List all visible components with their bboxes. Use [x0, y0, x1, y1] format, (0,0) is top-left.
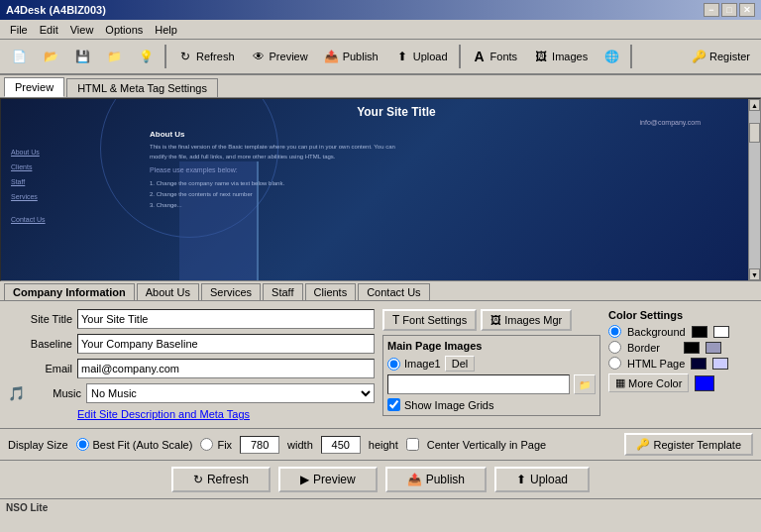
tab-html-meta[interactable]: HTML & Meta Tag Settings: [66, 78, 218, 97]
menu-bar: File Edit View Options Help: [0, 20, 761, 40]
menu-view[interactable]: View: [64, 22, 100, 38]
center-vertically-label: Center Vertically in Page: [427, 439, 546, 451]
background-swatch[interactable]: [692, 326, 707, 338]
tab-contact-us[interactable]: Contact Us: [358, 283, 429, 300]
tab-staff[interactable]: Staff: [263, 283, 302, 300]
separator2: [459, 45, 461, 68]
fix-radio[interactable]: [200, 438, 213, 451]
site-title-input[interactable]: [77, 309, 375, 329]
upload-action-label: Upload: [530, 473, 568, 486]
preview-toolbar-btn[interactable]: 👁 Preview: [244, 43, 315, 70]
email-input[interactable]: [77, 359, 375, 378]
publish-action-icon: 📤: [407, 473, 422, 486]
image-browse-btn[interactable]: 📁: [574, 374, 596, 394]
close-btn[interactable]: ✕: [739, 3, 755, 17]
fonts-toolbar-btn[interactable]: A Fonts: [465, 43, 525, 70]
refresh-action-btn[interactable]: ↻ Refresh: [171, 467, 271, 492]
globe-btn[interactable]: 🌐: [597, 43, 626, 70]
tab-about-us[interactable]: About Us: [137, 283, 199, 300]
preview-action-btn[interactable]: ▶ Preview: [278, 467, 378, 492]
menu-help[interactable]: Help: [149, 22, 183, 38]
publish-label: Publish: [343, 51, 379, 62]
tab-preview[interactable]: Preview: [4, 77, 64, 97]
center-vertically-checkbox[interactable]: [406, 438, 419, 451]
publish-toolbar-btn[interactable]: 📤 Publish: [317, 43, 385, 70]
nav-services: Services: [11, 193, 46, 200]
more-color-btn[interactable]: ▦ More Color: [608, 373, 689, 392]
music-label: Music: [30, 387, 81, 399]
background-swatch2[interactable]: [713, 326, 729, 338]
folder-btn[interactable]: 📁: [99, 43, 129, 70]
preview-scrollbar[interactable]: ▲ ▼: [748, 99, 760, 280]
best-fit-label: Best Fit (Auto Scale): [93, 439, 193, 451]
upload-toolbar-btn[interactable]: ⬆ Upload: [387, 43, 455, 70]
scroll-up-btn[interactable]: ▲: [749, 99, 760, 111]
lightbulb-btn[interactable]: 💡: [131, 43, 161, 70]
images-mgr-btn[interactable]: 🖼 Images Mgr: [481, 309, 572, 331]
open-btn[interactable]: 📂: [36, 43, 65, 70]
menu-edit[interactable]: Edit: [34, 22, 64, 38]
minimize-btn[interactable]: −: [704, 3, 719, 17]
upload-label: Upload: [413, 51, 448, 62]
color-border-radio[interactable]: [608, 341, 621, 354]
refresh-action-label: Refresh: [207, 473, 249, 486]
font-settings-btn[interactable]: T Font Settings: [382, 309, 477, 331]
music-select[interactable]: No Music: [86, 383, 375, 403]
maximize-btn[interactable]: □: [721, 3, 737, 17]
color-background-radio[interactable]: [608, 325, 621, 338]
lightbulb-icon: 💡: [138, 49, 154, 64]
display-size-label: Display Size: [8, 439, 68, 451]
show-image-grids-checkbox[interactable]: [387, 398, 400, 411]
new-btn[interactable]: 📄: [4, 43, 34, 70]
htmlpage-swatch1[interactable]: [691, 358, 707, 370]
form-middle: T Font Settings 🖼 Images Mgr Main Page I…: [382, 309, 600, 420]
edit-site-description-link[interactable]: Edit Site Description and Meta Tags: [77, 408, 250, 420]
preview-main-text: About Us This is the final version of th…: [150, 129, 710, 211]
border-swatch1[interactable]: [684, 342, 700, 354]
email-label: Email: [8, 363, 72, 374]
preview-action-icon: ▶: [300, 473, 309, 486]
color-htmlpage-radio[interactable]: [608, 357, 621, 370]
tab-company-info[interactable]: Company Information: [4, 283, 135, 300]
save-btn[interactable]: 💾: [67, 43, 97, 70]
best-fit-radio-group: Best Fit (Auto Scale): [76, 438, 193, 451]
htmlpage-swatch2[interactable]: [712, 358, 728, 370]
tab-services[interactable]: Services: [201, 283, 261, 300]
scroll-thumb[interactable]: [749, 123, 760, 143]
fix-label: Fix: [217, 439, 232, 451]
preview-email: info@company.com: [640, 119, 701, 126]
best-fit-radio[interactable]: [76, 438, 89, 451]
publish-icon: 📤: [324, 49, 340, 64]
fix-radio-group: Fix: [200, 438, 232, 451]
register-toolbar-btn[interactable]: 🔑 Register: [684, 43, 757, 70]
display-size-row: Display Size Best Fit (Auto Scale) Fix w…: [0, 428, 761, 460]
refresh-label: Refresh: [196, 51, 235, 62]
register-template-btn[interactable]: 🔑 Register Template: [624, 433, 753, 456]
nav-clients: Clients: [11, 163, 46, 170]
upload-action-btn[interactable]: ⬆ Upload: [494, 467, 590, 492]
images-toolbar-btn[interactable]: 🖼 Images: [526, 43, 595, 70]
selected-color-swatch[interactable]: [695, 375, 714, 391]
border-swatch2[interactable]: [706, 342, 721, 354]
register-icon: 🔑: [691, 49, 707, 64]
baseline-input[interactable]: [77, 334, 375, 354]
refresh-toolbar-btn[interactable]: ↻ Refresh: [170, 43, 242, 70]
color-border-row: Border: [608, 341, 753, 354]
scroll-down-btn[interactable]: ▼: [749, 268, 760, 280]
height-input[interactable]: [321, 436, 361, 454]
music-icon: 🎵: [8, 385, 25, 401]
width-label: width: [287, 439, 313, 451]
tab-clients[interactable]: Clients: [305, 283, 357, 300]
menu-options[interactable]: Options: [99, 22, 149, 38]
publish-action-btn[interactable]: 📤 Publish: [385, 467, 487, 492]
menu-file[interactable]: File: [4, 22, 34, 38]
window-title: A4Desk (A4BIZ003): [6, 4, 106, 16]
show-grid-row: Show Image Grids: [387, 398, 596, 411]
font-settings-icon: T: [392, 313, 399, 327]
width-input[interactable]: [240, 436, 279, 454]
image-path-input[interactable]: [387, 374, 570, 394]
image1-radio[interactable]: [387, 358, 400, 371]
more-color-row: ▦ More Color: [608, 373, 753, 392]
del-image-btn[interactable]: Del: [445, 356, 476, 372]
color-background-label: Background: [627, 326, 686, 338]
